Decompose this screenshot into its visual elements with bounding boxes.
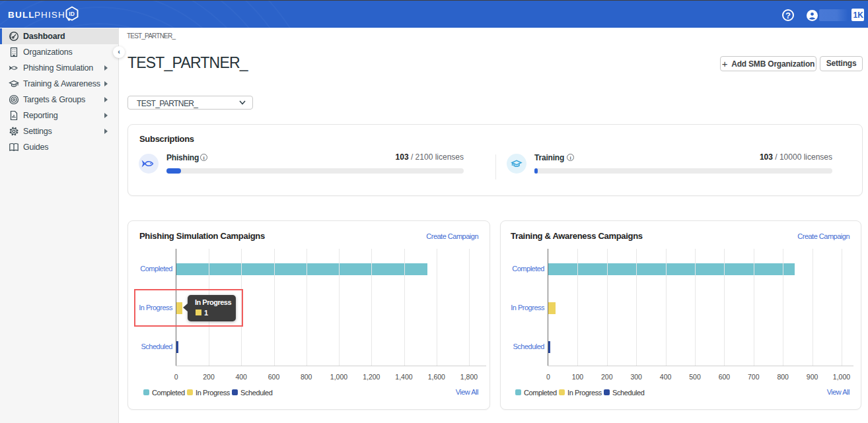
svg-text:BULL: BULL — [8, 10, 35, 20]
svg-text:ID: ID — [69, 11, 75, 17]
svg-text:1K: 1K — [853, 11, 864, 20]
svg-text:PHISH: PHISH — [34, 10, 65, 20]
